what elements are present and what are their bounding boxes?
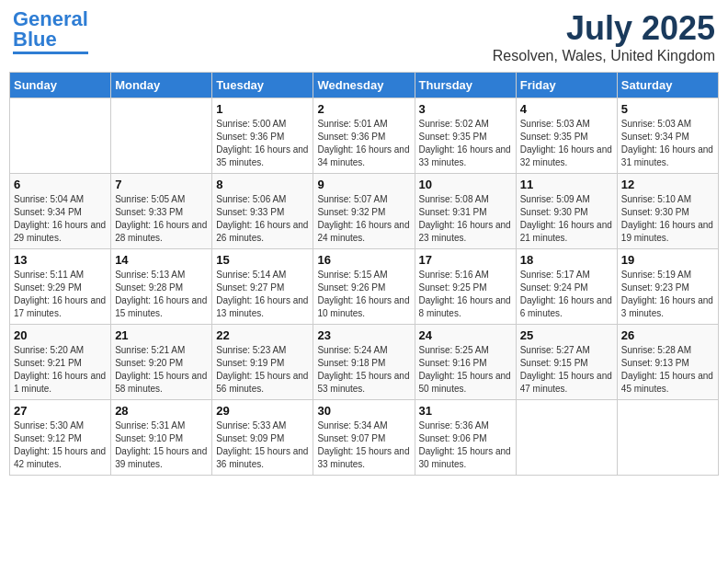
calendar-cell: 27Sunrise: 5:30 AM Sunset: 9:12 PM Dayli…	[10, 400, 111, 476]
day-number: 1	[216, 102, 309, 116]
calendar-cell: 6Sunrise: 5:04 AM Sunset: 9:34 PM Daylig…	[10, 174, 111, 249]
logo-blue: Blue	[13, 28, 57, 51]
day-number: 2	[317, 102, 410, 116]
week-row-4: 27Sunrise: 5:30 AM Sunset: 9:12 PM Dayli…	[10, 400, 719, 476]
calendar-cell: 8Sunrise: 5:06 AM Sunset: 9:33 PM Daylig…	[212, 174, 313, 249]
cell-details: Sunrise: 5:15 AM Sunset: 9:26 PM Dayligh…	[317, 269, 410, 320]
cell-details: Sunrise: 5:09 AM Sunset: 9:30 PM Dayligh…	[520, 193, 613, 245]
calendar-cell: 5Sunrise: 5:03 AM Sunset: 9:34 PM Daylig…	[617, 98, 718, 174]
day-number: 9	[317, 178, 410, 191]
location: Resolven, Wales, United Kingdom	[493, 48, 715, 64]
calendar-cell: 12Sunrise: 5:10 AM Sunset: 9:30 PM Dayli…	[617, 174, 718, 249]
day-number: 29	[216, 404, 309, 418]
cell-details: Sunrise: 5:10 AM Sunset: 9:30 PM Dayligh…	[621, 193, 714, 245]
calendar-cell: 13Sunrise: 5:11 AM Sunset: 9:29 PM Dayli…	[10, 249, 111, 325]
cell-details: Sunrise: 5:30 AM Sunset: 9:12 PM Dayligh…	[14, 419, 107, 471]
day-number: 7	[115, 178, 208, 191]
calendar-cell	[617, 400, 718, 476]
calendar-cell: 28Sunrise: 5:31 AM Sunset: 9:10 PM Dayli…	[111, 400, 212, 476]
day-number: 20	[14, 328, 107, 342]
day-number: 31	[419, 404, 512, 418]
day-number: 4	[520, 102, 613, 116]
calendar-cell: 24Sunrise: 5:25 AM Sunset: 9:16 PM Dayli…	[415, 325, 516, 400]
week-row-0: 1Sunrise: 5:00 AM Sunset: 9:36 PM Daylig…	[10, 98, 719, 174]
calendar-cell	[10, 98, 111, 174]
calendar-cell: 22Sunrise: 5:23 AM Sunset: 9:19 PM Dayli…	[212, 325, 313, 400]
cell-details: Sunrise: 5:33 AM Sunset: 9:09 PM Dayligh…	[216, 419, 309, 471]
calendar-cell: 11Sunrise: 5:09 AM Sunset: 9:30 PM Dayli…	[516, 174, 617, 249]
calendar-cell: 7Sunrise: 5:05 AM Sunset: 9:33 PM Daylig…	[111, 174, 212, 249]
cell-details: Sunrise: 5:13 AM Sunset: 9:28 PM Dayligh…	[115, 269, 208, 320]
cell-details: Sunrise: 5:11 AM Sunset: 9:29 PM Dayligh…	[14, 269, 107, 320]
cell-details: Sunrise: 5:24 AM Sunset: 9:18 PM Dayligh…	[317, 344, 410, 396]
week-row-1: 6Sunrise: 5:04 AM Sunset: 9:34 PM Daylig…	[10, 174, 719, 249]
day-number: 8	[216, 178, 309, 191]
calendar-cell: 17Sunrise: 5:16 AM Sunset: 9:25 PM Dayli…	[415, 249, 516, 325]
day-number: 12	[621, 178, 714, 191]
weekday-header-monday: Monday	[111, 73, 212, 98]
weekday-header-saturday: Saturday	[617, 73, 718, 98]
cell-details: Sunrise: 5:03 AM Sunset: 9:35 PM Dayligh…	[520, 118, 613, 169]
calendar-cell: 3Sunrise: 5:02 AM Sunset: 9:35 PM Daylig…	[415, 98, 516, 174]
day-number: 14	[115, 253, 208, 267]
calendar-cell: 23Sunrise: 5:24 AM Sunset: 9:18 PM Dayli…	[313, 325, 415, 400]
cell-details: Sunrise: 5:00 AM Sunset: 9:36 PM Dayligh…	[216, 118, 309, 169]
cell-details: Sunrise: 5:19 AM Sunset: 9:23 PM Dayligh…	[621, 269, 714, 320]
calendar-cell: 14Sunrise: 5:13 AM Sunset: 9:28 PM Dayli…	[111, 249, 212, 325]
cell-details: Sunrise: 5:05 AM Sunset: 9:33 PM Dayligh…	[115, 193, 208, 245]
day-number: 11	[520, 178, 613, 191]
week-row-2: 13Sunrise: 5:11 AM Sunset: 9:29 PM Dayli…	[10, 249, 719, 325]
calendar-table: SundayMondayTuesdayWednesdayThursdayFrid…	[9, 72, 719, 476]
day-number: 6	[14, 178, 107, 191]
day-number: 28	[115, 404, 208, 418]
day-number: 13	[14, 253, 107, 267]
calendar-cell: 25Sunrise: 5:27 AM Sunset: 9:15 PM Dayli…	[516, 325, 617, 400]
calendar-cell: 1Sunrise: 5:00 AM Sunset: 9:36 PM Daylig…	[212, 98, 313, 174]
calendar-cell: 20Sunrise: 5:20 AM Sunset: 9:21 PM Dayli…	[10, 325, 111, 400]
title-area: July 2025 Resolven, Wales, United Kingdo…	[493, 9, 715, 64]
day-number: 18	[520, 253, 613, 267]
cell-details: Sunrise: 5:25 AM Sunset: 9:16 PM Dayligh…	[419, 344, 512, 396]
day-number: 21	[115, 328, 208, 342]
day-number: 25	[520, 328, 613, 342]
cell-details: Sunrise: 5:06 AM Sunset: 9:33 PM Dayligh…	[216, 193, 309, 245]
day-number: 16	[317, 253, 410, 267]
weekday-header-tuesday: Tuesday	[212, 73, 313, 98]
cell-details: Sunrise: 5:04 AM Sunset: 9:34 PM Dayligh…	[14, 193, 107, 245]
cell-details: Sunrise: 5:16 AM Sunset: 9:25 PM Dayligh…	[419, 269, 512, 320]
day-number: 3	[419, 102, 512, 116]
calendar-cell: 4Sunrise: 5:03 AM Sunset: 9:35 PM Daylig…	[516, 98, 617, 174]
calendar-cell: 15Sunrise: 5:14 AM Sunset: 9:27 PM Dayli…	[212, 249, 313, 325]
cell-details: Sunrise: 5:34 AM Sunset: 9:07 PM Dayligh…	[317, 419, 410, 471]
calendar-cell: 31Sunrise: 5:36 AM Sunset: 9:06 PM Dayli…	[415, 400, 516, 476]
calendar-cell: 18Sunrise: 5:17 AM Sunset: 9:24 PM Dayli…	[516, 249, 617, 325]
cell-details: Sunrise: 5:23 AM Sunset: 9:19 PM Dayligh…	[216, 344, 309, 396]
cell-details: Sunrise: 5:14 AM Sunset: 9:27 PM Dayligh…	[216, 269, 309, 320]
cell-details: Sunrise: 5:07 AM Sunset: 9:32 PM Dayligh…	[317, 193, 410, 245]
day-number: 17	[419, 253, 512, 267]
day-number: 23	[317, 328, 410, 342]
cell-details: Sunrise: 5:36 AM Sunset: 9:06 PM Dayligh…	[419, 419, 512, 471]
calendar-cell: 19Sunrise: 5:19 AM Sunset: 9:23 PM Dayli…	[617, 249, 718, 325]
day-number: 30	[317, 404, 410, 418]
cell-details: Sunrise: 5:27 AM Sunset: 9:15 PM Dayligh…	[520, 344, 613, 396]
weekday-header-sunday: Sunday	[10, 73, 111, 98]
logo-underline	[13, 52, 88, 54]
calendar-cell	[111, 98, 212, 174]
calendar-cell: 29Sunrise: 5:33 AM Sunset: 9:09 PM Dayli…	[212, 400, 313, 476]
day-number: 19	[621, 253, 714, 267]
calendar-cell: 9Sunrise: 5:07 AM Sunset: 9:32 PM Daylig…	[313, 174, 415, 249]
calendar-cell: 26Sunrise: 5:28 AM Sunset: 9:13 PM Dayli…	[617, 325, 718, 400]
day-number: 10	[419, 178, 512, 191]
cell-details: Sunrise: 5:31 AM Sunset: 9:10 PM Dayligh…	[115, 419, 208, 471]
weekday-header-wednesday: Wednesday	[313, 73, 415, 98]
cell-details: Sunrise: 5:08 AM Sunset: 9:31 PM Dayligh…	[419, 193, 512, 245]
day-number: 15	[216, 253, 309, 267]
cell-details: Sunrise: 5:21 AM Sunset: 9:20 PM Dayligh…	[115, 344, 208, 396]
day-number: 5	[621, 102, 714, 116]
cell-details: Sunrise: 5:28 AM Sunset: 9:13 PM Dayligh…	[621, 344, 714, 396]
logo: General Blue	[13, 9, 88, 54]
day-number: 24	[419, 328, 512, 342]
day-number: 22	[216, 328, 309, 342]
calendar-cell: 16Sunrise: 5:15 AM Sunset: 9:26 PM Dayli…	[313, 249, 415, 325]
